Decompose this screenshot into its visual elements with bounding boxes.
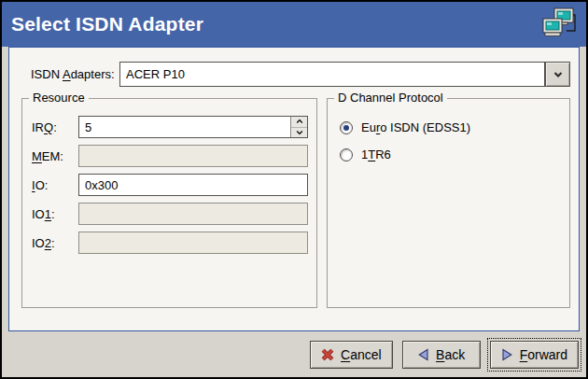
- combobox-dropdown-button[interactable]: [545, 62, 570, 87]
- io2-label: IO2:: [32, 236, 78, 250]
- arrow-right-icon: [501, 348, 513, 361]
- chevron-down-icon: [553, 70, 564, 79]
- irq-input[interactable]: [78, 116, 308, 138]
- back-button[interactable]: Back: [402, 341, 481, 369]
- io1-label: IO1:: [32, 207, 78, 221]
- irq-row: IRQ:: [32, 115, 308, 139]
- cancel-button[interactable]: Cancel: [310, 341, 393, 369]
- radio-label-1tr6: 1TR6: [361, 147, 391, 161]
- back-label: Back: [436, 347, 465, 362]
- spin-up-button[interactable]: [291, 117, 307, 127]
- radio-option-1tr6[interactable]: 1TR6: [340, 147, 569, 161]
- dialog-header: Select ISDN Adapter: [2, 2, 586, 47]
- radio-selected-icon[interactable]: [340, 121, 353, 134]
- io1-input: [78, 203, 308, 225]
- isdn-adapter-row: ISDN Adapters:: [31, 62, 570, 87]
- resource-groupbox: Resource IRQ:: [21, 98, 317, 308]
- mem-input: [78, 145, 308, 167]
- content-area: ISDN Adapters: Resource I: [2, 47, 586, 331]
- dchannel-group-title: D Channel Protocol: [334, 91, 447, 105]
- io-input[interactable]: [78, 174, 308, 196]
- radio-option-euro-isdn[interactable]: Euro ISDN (EDSS1): [340, 120, 569, 134]
- dchannel-groupbox: D Channel Protocol Euro ISDN (EDSS1) 1TR…: [327, 98, 570, 308]
- content-panel: ISDN Adapters: Resource I: [8, 47, 580, 331]
- irq-label: IRQ:: [32, 120, 78, 134]
- cancel-x-icon: [321, 348, 334, 361]
- resource-group-title: Resource: [29, 91, 89, 105]
- mem-row: MEM:: [32, 144, 308, 168]
- page-title: Select ISDN Adapter: [11, 13, 203, 35]
- dialog-window: Select ISDN Adapter ISDN Adapters:: [0, 0, 588, 379]
- io1-row: IO1:: [32, 202, 308, 226]
- button-bar: Cancel Back Forward: [2, 331, 586, 377]
- chevron-up-icon: [296, 119, 303, 124]
- mem-label: MEM:: [32, 149, 78, 163]
- network-computers-icon: [541, 7, 577, 41]
- forward-label: Forward: [520, 347, 567, 362]
- isdn-adapter-input[interactable]: [119, 62, 545, 87]
- io2-input: [78, 232, 308, 254]
- io-row: IO:: [32, 173, 308, 197]
- isdn-adapters-combobox[interactable]: [119, 62, 570, 87]
- arrow-left-icon: [417, 348, 429, 361]
- radio-unselected-icon[interactable]: [340, 148, 353, 161]
- isdn-adapters-label: ISDN Adapters:: [31, 67, 119, 81]
- io2-row: IO2:: [32, 231, 308, 255]
- groups-row: Resource IRQ:: [21, 98, 570, 308]
- forward-button[interactable]: Forward: [490, 341, 579, 369]
- radio-label-euro-isdn: Euro ISDN (EDSS1): [361, 120, 470, 134]
- chevron-down-icon: [296, 130, 303, 135]
- spin-down-button[interactable]: [291, 127, 307, 138]
- resource-fields: IRQ:: [22, 99, 316, 255]
- cancel-label: Cancel: [341, 347, 382, 362]
- io-label: IO:: [32, 178, 78, 192]
- irq-spinbox[interactable]: [78, 116, 308, 138]
- spin-buttons: [290, 117, 307, 137]
- dchannel-options: Euro ISDN (EDSS1) 1TR6: [328, 99, 569, 161]
